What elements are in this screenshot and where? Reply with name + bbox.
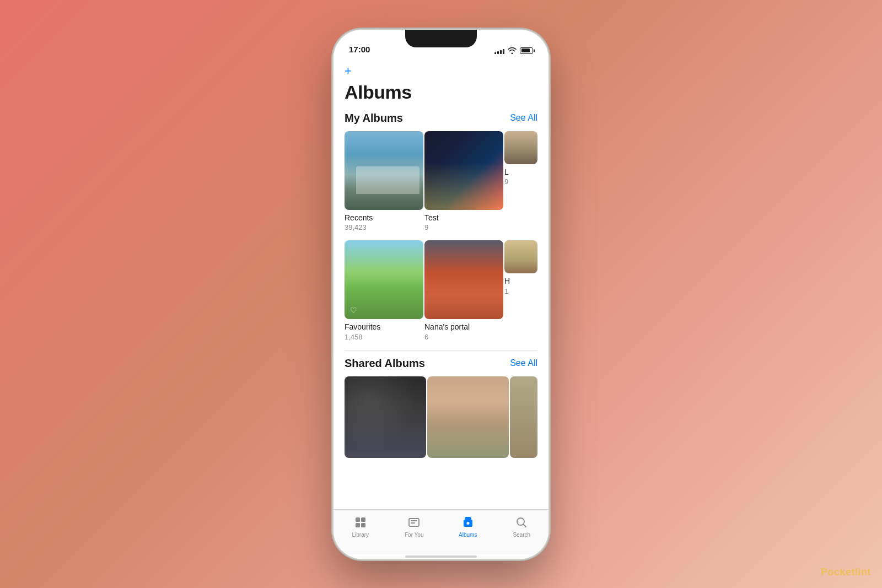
album-partial-2[interactable]: H 1: [504, 240, 537, 341]
tab-foryou-label: For You: [405, 532, 423, 538]
album-partial-1-count: 9: [504, 177, 537, 186]
foryou-icon: [407, 515, 421, 530]
shared-thumbs-row: [334, 376, 548, 458]
tab-bar: Library For You: [334, 509, 548, 554]
tab-library-label: Library: [352, 532, 369, 538]
svg-rect-1: [361, 517, 365, 522]
library-icon: [353, 515, 368, 530]
album-test-photo: [424, 131, 503, 210]
page-title-area: Albums: [334, 79, 548, 112]
tab-library[interactable]: Library: [334, 515, 388, 538]
watermark-text: Pocketlint: [821, 567, 871, 578]
album-partial-1[interactable]: L 9: [504, 131, 537, 232]
tab-search-label: Search: [513, 532, 530, 538]
shared-albums-header: Shared Albums See All: [334, 357, 548, 376]
shared-thumb-partial[interactable]: [510, 376, 537, 458]
signal-bar-2: [497, 51, 499, 54]
albums-icon: [461, 515, 475, 530]
wifi-icon: [508, 47, 517, 54]
tab-albums[interactable]: Albums: [441, 515, 495, 538]
album-favourites-photo: [345, 240, 423, 319]
svg-rect-4: [409, 519, 419, 526]
phone-shell: 17:00: [334, 30, 548, 559]
album-partial-2-name: H: [504, 277, 537, 286]
album-favourites-name: Favourites: [345, 322, 423, 332]
album-partial-2-thumb: [504, 240, 537, 273]
svg-rect-3: [361, 523, 365, 527]
shared-photo-partial: [510, 376, 537, 458]
album-recents-thumb: [345, 131, 423, 210]
albums-row-1: Recents 39,423 Test 9 L: [334, 131, 548, 232]
album-partial-2-count: 1: [504, 287, 537, 295]
shared-photo-1: [345, 376, 426, 458]
signal-bar-3: [500, 50, 502, 54]
svg-point-6: [466, 522, 469, 525]
tab-albums-label: Albums: [459, 532, 477, 538]
album-test[interactable]: Test 9: [424, 131, 503, 232]
signal-bar-1: [494, 52, 496, 54]
status-bar: 17:00: [334, 30, 548, 58]
shared-photo-2: [427, 376, 509, 458]
svg-rect-0: [356, 517, 360, 522]
watermark: Pocketlint: [821, 567, 871, 578]
album-favourites-count: 1,458: [345, 333, 423, 341]
top-action-bar: +: [334, 58, 548, 79]
my-albums-section-header: My Albums See All: [334, 112, 548, 131]
album-nanas-portal-name: Nana's portal: [424, 322, 503, 332]
battery-fill: [521, 48, 530, 52]
app-scroll[interactable]: + Albums My Albums See All: [334, 58, 548, 509]
album-test-count: 9: [424, 223, 503, 231]
shared-albums-title: Shared Albums: [345, 357, 425, 370]
shared-albums-section: Shared Albums See All: [334, 350, 548, 458]
shared-thumb-2[interactable]: [427, 376, 509, 458]
home-indicator: [334, 554, 548, 559]
watermark-highlight: lint: [855, 567, 871, 578]
battery-icon: [520, 47, 533, 54]
notch: [405, 30, 477, 47]
album-favourites[interactable]: Favourites 1,458: [345, 240, 423, 341]
albums-row-2: Favourites 1,458 Nana's portal 6: [334, 240, 548, 341]
album-nanas-portal-photo: [424, 240, 503, 319]
album-partial-2-photo: [504, 240, 537, 273]
album-test-thumb: [424, 131, 503, 210]
tab-for-you[interactable]: For You: [388, 515, 442, 538]
svg-rect-2: [356, 523, 360, 527]
home-bar: [405, 555, 477, 558]
album-recents[interactable]: Recents 39,423: [345, 131, 423, 232]
search-icon: [514, 515, 529, 530]
album-favourites-thumb: [345, 240, 423, 319]
album-nanas-portal[interactable]: Nana's portal 6: [424, 240, 503, 341]
album-partial-1-photo: [504, 131, 537, 164]
shared-albums-see-all[interactable]: See All: [510, 358, 537, 368]
album-test-name: Test: [424, 213, 503, 223]
screen-content: + Albums My Albums See All: [334, 58, 548, 559]
album-recents-name: Recents: [345, 213, 423, 223]
page-title: Albums: [345, 82, 537, 103]
signal-bars-icon: [494, 47, 504, 54]
album-nanas-portal-count: 6: [424, 333, 503, 341]
album-partial-1-thumb: [504, 131, 537, 164]
my-albums-title: My Albums: [345, 112, 403, 125]
signal-bar-4: [503, 49, 504, 54]
my-albums-see-all[interactable]: See All: [510, 113, 537, 123]
status-icons: [494, 47, 533, 54]
status-time: 17:00: [349, 45, 370, 54]
tab-search[interactable]: Search: [495, 515, 549, 538]
shared-thumb-1[interactable]: [345, 376, 426, 458]
album-recents-count: 39,423: [345, 223, 423, 231]
album-partial-1-name: L: [504, 168, 537, 177]
add-album-button[interactable]: +: [345, 65, 537, 77]
album-nanas-portal-thumb: [424, 240, 503, 319]
album-recents-photo: [345, 131, 423, 210]
